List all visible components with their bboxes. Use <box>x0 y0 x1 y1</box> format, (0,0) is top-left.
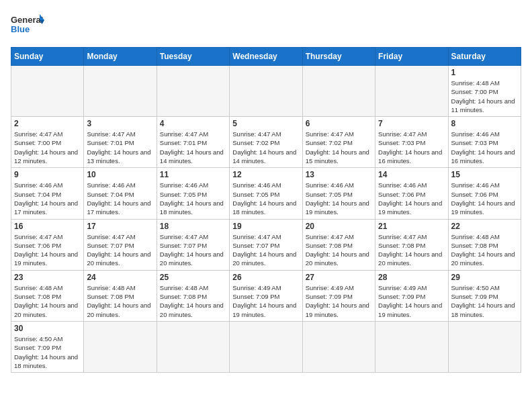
calendar-day-cell: 15Sunrise: 4:46 AM Sunset: 7:06 PM Dayli… <box>448 168 521 219</box>
calendar-day-cell: 12Sunrise: 4:46 AM Sunset: 7:05 PM Dayli… <box>230 168 302 219</box>
day-number: 10 <box>87 170 153 179</box>
calendar-day-cell <box>230 321 302 372</box>
calendar-day-cell <box>84 321 157 372</box>
day-number: 16 <box>14 222 81 231</box>
calendar-day-cell: 20Sunrise: 4:47 AM Sunset: 7:08 PM Dayli… <box>302 219 375 270</box>
calendar-day-cell <box>375 321 448 372</box>
page-header: General Blue <box>11 11 521 39</box>
day-number: 18 <box>160 222 226 231</box>
day-info: Sunrise: 4:49 AM Sunset: 7:09 PM Dayligh… <box>232 283 299 319</box>
calendar-day-cell: 30Sunrise: 4:50 AM Sunset: 7:09 PM Dayli… <box>11 321 84 372</box>
calendar-week-row: 9Sunrise: 4:46 AM Sunset: 7:04 PM Daylig… <box>11 168 521 219</box>
calendar-day-cell: 23Sunrise: 4:48 AM Sunset: 7:08 PM Dayli… <box>11 270 84 321</box>
day-info: Sunrise: 4:47 AM Sunset: 7:06 PM Dayligh… <box>14 232 81 268</box>
day-info: Sunrise: 4:46 AM Sunset: 7:06 PM Dayligh… <box>378 181 445 216</box>
calendar-week-row: 30Sunrise: 4:50 AM Sunset: 7:09 PM Dayli… <box>11 321 521 372</box>
weekday-header: Friday <box>375 48 448 66</box>
calendar-day-cell: 3Sunrise: 4:47 AM Sunset: 7:01 PM Daylig… <box>84 117 157 168</box>
day-number: 6 <box>306 119 372 128</box>
calendar-day-cell: 21Sunrise: 4:47 AM Sunset: 7:08 PM Dayli… <box>375 219 448 270</box>
calendar-day-cell: 8Sunrise: 4:46 AM Sunset: 7:03 PM Daylig… <box>448 117 521 168</box>
day-info: Sunrise: 4:48 AM Sunset: 7:08 PM Dayligh… <box>160 283 226 319</box>
day-number: 15 <box>451 170 518 179</box>
calendar-day-cell: 13Sunrise: 4:46 AM Sunset: 7:05 PM Dayli… <box>302 168 375 219</box>
day-number: 30 <box>14 324 81 333</box>
calendar-day-cell <box>157 66 229 117</box>
calendar-day-cell: 1Sunrise: 4:48 AM Sunset: 7:00 PM Daylig… <box>448 66 521 117</box>
weekday-header: Saturday <box>448 48 521 66</box>
day-info: Sunrise: 4:47 AM Sunset: 7:08 PM Dayligh… <box>306 232 372 268</box>
calendar-day-cell: 19Sunrise: 4:47 AM Sunset: 7:07 PM Dayli… <box>230 219 302 270</box>
calendar-day-cell <box>230 66 302 117</box>
day-info: Sunrise: 4:47 AM Sunset: 7:07 PM Dayligh… <box>160 232 226 268</box>
day-number: 19 <box>232 222 299 231</box>
weekday-header: Monday <box>84 48 157 66</box>
calendar-day-cell <box>375 66 448 117</box>
calendar-day-cell: 25Sunrise: 4:48 AM Sunset: 7:08 PM Dayli… <box>157 270 229 321</box>
day-number: 8 <box>451 119 518 128</box>
day-number: 1 <box>451 68 518 77</box>
day-info: Sunrise: 4:46 AM Sunset: 7:06 PM Dayligh… <box>451 181 518 216</box>
calendar-day-cell: 24Sunrise: 4:48 AM Sunset: 7:08 PM Dayli… <box>84 270 157 321</box>
day-number: 28 <box>378 273 445 282</box>
svg-text:General: General <box>11 15 43 25</box>
day-number: 13 <box>306 170 372 179</box>
calendar-week-row: 23Sunrise: 4:48 AM Sunset: 7:08 PM Dayli… <box>11 270 521 321</box>
calendar-day-cell: 11Sunrise: 4:46 AM Sunset: 7:05 PM Dayli… <box>157 168 229 219</box>
calendar-day-cell: 5Sunrise: 4:47 AM Sunset: 7:02 PM Daylig… <box>230 117 302 168</box>
calendar-day-cell: 10Sunrise: 4:46 AM Sunset: 7:04 PM Dayli… <box>84 168 157 219</box>
day-number: 24 <box>87 273 153 282</box>
day-info: Sunrise: 4:46 AM Sunset: 7:04 PM Dayligh… <box>87 181 153 216</box>
day-info: Sunrise: 4:47 AM Sunset: 7:02 PM Dayligh… <box>306 130 372 165</box>
calendar-day-cell: 6Sunrise: 4:47 AM Sunset: 7:02 PM Daylig… <box>302 117 375 168</box>
weekday-header: Thursday <box>302 48 375 66</box>
calendar-day-cell: 16Sunrise: 4:47 AM Sunset: 7:06 PM Dayli… <box>11 219 84 270</box>
day-info: Sunrise: 4:46 AM Sunset: 7:04 PM Dayligh… <box>14 181 81 216</box>
day-number: 7 <box>378 119 445 128</box>
day-info: Sunrise: 4:47 AM Sunset: 7:08 PM Dayligh… <box>378 232 445 268</box>
day-info: Sunrise: 4:50 AM Sunset: 7:09 PM Dayligh… <box>14 334 81 370</box>
day-number: 29 <box>451 273 518 282</box>
calendar-day-cell: 29Sunrise: 4:50 AM Sunset: 7:09 PM Dayli… <box>448 270 521 321</box>
day-info: Sunrise: 4:47 AM Sunset: 7:00 PM Dayligh… <box>14 130 81 165</box>
day-number: 12 <box>232 170 299 179</box>
day-number: 5 <box>232 119 299 128</box>
calendar-day-cell: 22Sunrise: 4:48 AM Sunset: 7:08 PM Dayli… <box>448 219 521 270</box>
calendar-week-row: 1Sunrise: 4:48 AM Sunset: 7:00 PM Daylig… <box>11 66 521 117</box>
calendar-day-cell: 26Sunrise: 4:49 AM Sunset: 7:09 PM Dayli… <box>230 270 302 321</box>
day-info: Sunrise: 4:50 AM Sunset: 7:09 PM Dayligh… <box>451 283 518 319</box>
day-info: Sunrise: 4:48 AM Sunset: 7:08 PM Dayligh… <box>451 232 518 268</box>
day-number: 4 <box>160 119 226 128</box>
day-number: 27 <box>306 273 372 282</box>
weekday-header: Sunday <box>11 48 84 66</box>
day-number: 26 <box>232 273 299 282</box>
calendar-day-cell: 4Sunrise: 4:47 AM Sunset: 7:01 PM Daylig… <box>157 117 229 168</box>
day-number: 9 <box>14 170 81 179</box>
day-info: Sunrise: 4:48 AM Sunset: 7:00 PM Dayligh… <box>451 79 518 114</box>
day-number: 21 <box>378 222 445 231</box>
day-number: 25 <box>160 273 226 282</box>
day-number: 17 <box>87 222 153 231</box>
day-number: 22 <box>451 222 518 231</box>
calendar-week-row: 2Sunrise: 4:47 AM Sunset: 7:00 PM Daylig… <box>11 117 521 168</box>
logo: General Blue <box>11 11 44 39</box>
day-info: Sunrise: 4:49 AM Sunset: 7:09 PM Dayligh… <box>378 283 445 319</box>
day-info: Sunrise: 4:47 AM Sunset: 7:03 PM Dayligh… <box>378 130 445 165</box>
svg-text:Blue: Blue <box>11 24 30 34</box>
logo-svg: General Blue <box>11 11 44 39</box>
calendar-day-cell: 14Sunrise: 4:46 AM Sunset: 7:06 PM Dayli… <box>375 168 448 219</box>
day-number: 3 <box>87 119 153 128</box>
calendar-day-cell: 28Sunrise: 4:49 AM Sunset: 7:09 PM Dayli… <box>375 270 448 321</box>
weekday-header-row: SundayMondayTuesdayWednesdayThursdayFrid… <box>11 48 521 66</box>
calendar-day-cell <box>157 321 229 372</box>
calendar-day-cell <box>448 321 521 372</box>
calendar-day-cell: 17Sunrise: 4:47 AM Sunset: 7:07 PM Dayli… <box>84 219 157 270</box>
calendar-day-cell: 7Sunrise: 4:47 AM Sunset: 7:03 PM Daylig… <box>375 117 448 168</box>
day-number: 11 <box>160 170 226 179</box>
day-number: 20 <box>306 222 372 231</box>
calendar-week-row: 16Sunrise: 4:47 AM Sunset: 7:06 PM Dayli… <box>11 219 521 270</box>
day-info: Sunrise: 4:47 AM Sunset: 7:01 PM Dayligh… <box>160 130 226 165</box>
weekday-header: Tuesday <box>157 48 229 66</box>
day-info: Sunrise: 4:46 AM Sunset: 7:05 PM Dayligh… <box>306 181 372 216</box>
day-info: Sunrise: 4:48 AM Sunset: 7:08 PM Dayligh… <box>14 283 81 319</box>
